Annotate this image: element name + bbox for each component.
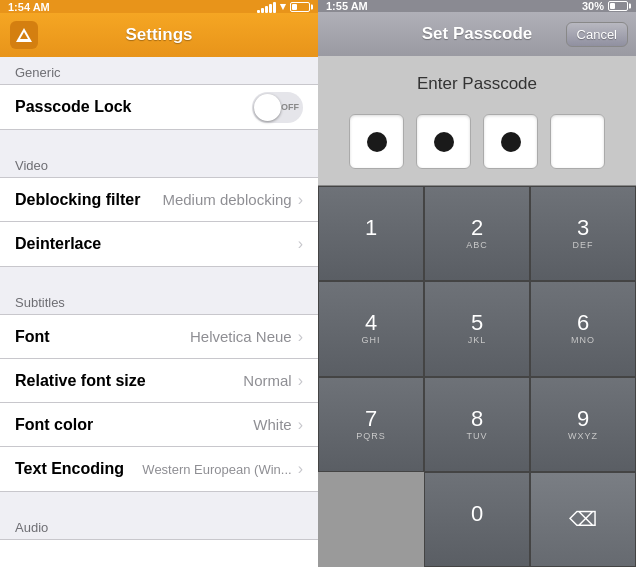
key-1-number: 1 <box>365 217 377 239</box>
passcode-panel: 1:55 AM 30% Set Passcode Cancel Enter Pa… <box>318 0 636 567</box>
settings-panel: 1:54 AM ▾ Settings <box>0 0 318 567</box>
key-4[interactable]: 4 GHI <box>318 281 424 376</box>
dot-2 <box>416 114 471 169</box>
key-8-number: 8 <box>471 408 483 430</box>
key-4-letters: GHI <box>361 335 380 345</box>
numpad: 1 2 ABC 3 DEF 4 GHI 5 JKL 6 MNO <box>318 185 636 567</box>
font-size-label: Relative font size <box>15 372 243 390</box>
key-1[interactable]: 1 <box>318 186 424 281</box>
key-8[interactable]: 8 TUV <box>424 377 530 472</box>
passcode-lock-toggle[interactable] <box>252 92 303 123</box>
audio-group <box>0 539 318 567</box>
key-backspace[interactable]: ⌫ <box>530 472 636 567</box>
section-generic: Generic <box>0 57 318 84</box>
passcode-header: Set Passcode Cancel <box>318 12 636 56</box>
key-6[interactable]: 6 MNO <box>530 281 636 376</box>
chevron-icon-2: › <box>298 235 303 253</box>
key-2-number: 2 <box>471 217 483 239</box>
vlc-logo <box>10 21 38 49</box>
font-color-row[interactable]: Font color White › <box>0 403 318 447</box>
font-value: Helvetica Neue <box>190 328 292 345</box>
key-5[interactable]: 5 JKL <box>424 281 530 376</box>
key-9-number: 9 <box>577 408 589 430</box>
key-7-letters: PQRS <box>356 431 386 441</box>
key-1-letters <box>369 240 373 250</box>
battery-icon-left <box>290 2 310 12</box>
key-2[interactable]: 2 ABC <box>424 186 530 281</box>
key-7[interactable]: 7 PQRS <box>318 377 424 472</box>
dot-1 <box>349 114 404 169</box>
spacer-3 <box>0 492 318 512</box>
section-video: Video <box>0 150 318 177</box>
status-bar-right: 1:55 AM 30% <box>318 0 636 12</box>
deinterlace-label: Deinterlace <box>15 235 298 253</box>
chevron-icon-4: › <box>298 372 303 390</box>
subtitles-group: Font Helvetica Neue › Relative font size… <box>0 314 318 492</box>
deblocking-label: Deblocking filter <box>15 191 162 209</box>
key-3-number: 3 <box>577 217 589 239</box>
font-size-value: Normal <box>243 372 291 389</box>
dot-filled-1 <box>367 132 387 152</box>
spacer-1 <box>0 130 318 150</box>
dot-filled-2 <box>434 132 454 152</box>
font-size-row[interactable]: Relative font size Normal › <box>0 359 318 403</box>
font-label: Font <box>15 328 190 346</box>
time-right: 1:55 AM <box>326 0 368 12</box>
chevron-icon-5: › <box>298 416 303 434</box>
cancel-button[interactable]: Cancel <box>566 22 628 47</box>
settings-header: Settings <box>0 13 318 57</box>
key-3[interactable]: 3 DEF <box>530 186 636 281</box>
passcode-lock-row[interactable]: Passcode Lock <box>0 85 318 129</box>
font-color-label: Font color <box>15 416 253 434</box>
text-encoding-row[interactable]: Text Encoding Western European (Win... › <box>0 447 318 491</box>
key-3-letters: DEF <box>573 240 594 250</box>
key-4-number: 4 <box>365 312 377 334</box>
chevron-icon: › <box>298 191 303 209</box>
dot-filled-3 <box>501 132 521 152</box>
enter-passcode-label: Enter Passcode <box>318 56 636 106</box>
toggle-knob <box>254 94 281 121</box>
deinterlace-row[interactable]: Deinterlace › <box>0 222 318 266</box>
signal-icon <box>257 1 276 13</box>
vlc-cone-icon <box>16 28 32 42</box>
font-color-value: White <box>253 416 291 433</box>
key-2-letters: ABC <box>466 240 488 250</box>
key-0[interactable]: 0 <box>424 472 530 567</box>
video-group: Deblocking filter Medium deblocking › De… <box>0 177 318 267</box>
key-7-number: 7 <box>365 408 377 430</box>
dot-3 <box>483 114 538 169</box>
spacer-2 <box>0 267 318 287</box>
key-6-letters: MNO <box>571 335 595 345</box>
key-6-number: 6 <box>577 312 589 334</box>
status-icons-left: ▾ <box>257 0 310 13</box>
chevron-icon-3: › <box>298 328 303 346</box>
key-9-letters: WXYZ <box>568 431 598 441</box>
backspace-icon: ⌫ <box>569 507 597 531</box>
key-0-letters <box>475 526 479 536</box>
font-row[interactable]: Font Helvetica Neue › <box>0 315 318 359</box>
text-encoding-label: Text Encoding <box>15 460 142 478</box>
time-left: 1:54 AM <box>8 1 50 13</box>
section-subtitles: Subtitles <box>0 287 318 314</box>
key-9[interactable]: 9 WXYZ <box>530 377 636 472</box>
chevron-icon-6: › <box>298 460 303 478</box>
passcode-title: Set Passcode <box>422 24 533 44</box>
passcode-lock-label: Passcode Lock <box>15 98 252 116</box>
battery-percent: 30% <box>582 0 604 12</box>
status-bar-left: 1:54 AM ▾ <box>0 0 318 13</box>
section-audio: Audio <box>0 512 318 539</box>
key-5-number: 5 <box>471 312 483 334</box>
key-0-number: 0 <box>471 503 483 525</box>
battery-icon-right <box>608 1 628 11</box>
text-encoding-value: Western European (Win... <box>142 462 291 477</box>
settings-content: Generic Passcode Lock Video Deblocking f… <box>0 57 318 567</box>
key-5-letters: JKL <box>468 335 487 345</box>
deblocking-row[interactable]: Deblocking filter Medium deblocking › <box>0 178 318 222</box>
deblocking-value: Medium deblocking <box>162 191 291 208</box>
key-empty <box>318 472 424 567</box>
settings-title: Settings <box>125 25 192 45</box>
dot-4 <box>550 114 605 169</box>
audio-row-placeholder <box>0 540 318 567</box>
wifi-icon: ▾ <box>280 0 286 13</box>
key-8-letters: TUV <box>467 431 488 441</box>
